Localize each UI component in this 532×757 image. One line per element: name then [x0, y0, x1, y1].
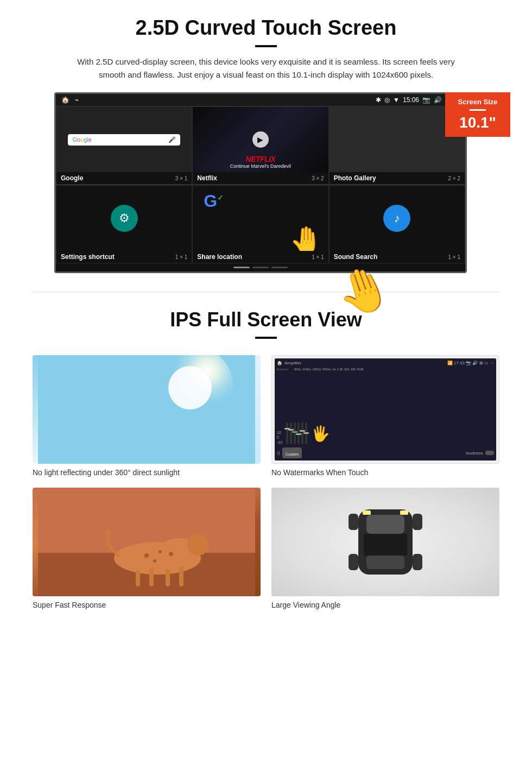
camera-icon: 📷	[422, 96, 430, 104]
section-divider	[33, 292, 499, 292]
google-logo: Google	[72, 136, 92, 143]
feature-watermarks-caption: No Watermarks When Touch	[271, 468, 499, 477]
eq-slider-6	[305, 422, 307, 444]
amp-bottom-bar: ⟨⟨ Custom loudness	[277, 447, 494, 458]
google-cell-inner: Google 🎤	[56, 107, 192, 172]
share-label-row: Share location 1 × 1	[193, 251, 328, 263]
svg-point-13	[144, 553, 149, 558]
feature-response-caption: Super Fast Response	[33, 601, 261, 609]
sound-cell-inner: ♪	[330, 186, 465, 251]
google-search-bar[interactable]: Google 🎤	[68, 134, 180, 146]
netflix-logo: NETFLIX	[197, 155, 324, 163]
section-curved-screen: 2.5D Curved Touch Screen With 2.5D curve…	[0, 0, 532, 275]
settings-icon: ⚙	[111, 205, 138, 232]
share-g-icon: G✓	[204, 191, 224, 211]
location-icon: ◎	[384, 96, 390, 104]
svg-rect-22	[413, 514, 422, 530]
app-cell-google[interactable]: Google 🎤 Google 3 × 1	[56, 106, 192, 185]
freq-labels: Balance 60hz 100hz 200hz 500hz 1k 2.5k 1…	[277, 368, 494, 371]
settings-cell-inner: ⚙	[56, 186, 192, 251]
netflix-play-button[interactable]: ▶	[252, 131, 269, 148]
feature-viewing-caption: Large Viewing Angle	[271, 601, 499, 609]
svg-point-2	[168, 366, 212, 409]
svg-rect-10	[149, 568, 154, 586]
badge-title: Screen Size	[451, 98, 505, 106]
feature-watermarks: 🏠 Amplifier 📶 17:33 📷 🔊 ⊠ ▭ → Balance 60…	[271, 355, 499, 477]
app-cell-share[interactable]: G✓ 🤚 Share location 1 × 1	[192, 185, 328, 263]
bluetooth-icon: ✱	[376, 96, 381, 104]
sound-label-row: Sound Search 1 × 1	[330, 251, 465, 263]
eq-sliders: 🖐	[286, 422, 494, 444]
photos-app-name: Photo Gallery	[334, 174, 376, 182]
sound-search-icon: ♪	[383, 205, 410, 232]
settings-app-size: 1 × 1	[175, 254, 188, 260]
svg-rect-25	[363, 510, 371, 515]
netflix-app-size: 3 × 2	[312, 175, 324, 181]
features-grid: No light reflecting under 360° direct su…	[33, 355, 499, 609]
dot-navigation	[56, 263, 465, 272]
amp-screen: 🏠 Amplifier 📶 17:33 📷 🔊 ⊠ ▭ → Balance 60…	[275, 358, 496, 460]
amp-header: 🏠 Amplifier 📶 17:33 📷 🔊 ⊠ ▭ →	[277, 361, 494, 365]
svg-rect-23	[349, 554, 358, 570]
mic-icon: 🎤	[168, 136, 176, 143]
svg-rect-24	[413, 554, 422, 570]
badge-size: 10.1"	[451, 114, 505, 131]
app-grid-top: Google 🎤 Google 3 × 1 ▶	[56, 106, 465, 185]
app-cell-netflix[interactable]: ▶ NETFLIX Continue Marvel's Daredevil Ne…	[192, 106, 328, 185]
nav-dot-1	[252, 267, 269, 268]
feature-sunlight: No light reflecting under 360° direct su…	[33, 355, 261, 477]
feature-response: Super Fast Response	[33, 488, 261, 609]
device-screen: 🏠 ⌁ ✱ ◎ ▼ 15:06 📷 🔊 ⊠ ▭	[54, 92, 467, 273]
netflix-subtitle: Continue Marvel's Daredevil	[197, 163, 324, 169]
feature-viewing: Large Viewing Angle	[271, 488, 499, 609]
eq-bars: 10 0 -10	[277, 372, 494, 446]
screen-size-badge: Screen Size 10.1"	[445, 92, 510, 137]
app-cell-settings[interactable]: ⚙ Settings shortcut 1 × 1	[56, 185, 192, 263]
touch-hand-amp: 🖐	[311, 425, 330, 443]
eq-slider-2	[290, 422, 292, 444]
section-ips-screen: IPS Full Screen View	[0, 308, 532, 631]
svg-rect-21	[349, 514, 358, 530]
share-cell-inner: G✓ 🤚	[193, 186, 328, 251]
signal-icon: ▼	[393, 96, 400, 104]
google-app-name: Google	[61, 174, 83, 182]
section2-title: IPS Full Screen View	[33, 308, 499, 331]
badge-line	[470, 109, 486, 111]
nav-dot-active	[233, 267, 250, 268]
app-grid-bottom: ⚙ Settings shortcut 1 × 1 G✓	[56, 185, 465, 263]
photos-app-size: 2 × 2	[448, 175, 460, 181]
google-label-row: Google 3 × 1	[56, 172, 192, 184]
app-cell-sound[interactable]: ♪ Sound Search 1 × 1	[329, 185, 465, 263]
settings-app-name: Settings shortcut	[61, 253, 115, 261]
sky-svg	[33, 355, 261, 464]
eq-labels: 10 0 -10	[277, 431, 282, 444]
sound-app-name: Sound Search	[334, 253, 378, 261]
photos-label-row: Photo Gallery 2 × 2	[330, 172, 465, 184]
google-app-size: 3 × 1	[175, 175, 188, 181]
title-accent-line	[255, 45, 277, 47]
device-mockup: Screen Size 10.1" 🏠 ⌁ ✱ ◎ ▼ 15:06 📷 🔊 ⊠	[54, 92, 478, 273]
status-bar: 🏠 ⌁ ✱ ◎ ▼ 15:06 📷 🔊 ⊠ ▭	[56, 94, 465, 106]
svg-rect-11	[166, 569, 170, 586]
feature-sunlight-caption: No light reflecting under 360° direct su…	[33, 468, 261, 477]
eq-slider-4	[297, 422, 300, 444]
usb-icon: ⌁	[75, 96, 79, 104]
svg-point-15	[153, 559, 156, 563]
netflix-app-name: Netflix	[197, 174, 217, 182]
status-left: 🏠 ⌁	[61, 96, 79, 104]
svg-rect-18	[366, 515, 404, 534]
share-app-size: 1 × 1	[312, 254, 324, 260]
netflix-cell-inner: ▶ NETFLIX Continue Marvel's Daredevil	[193, 107, 328, 172]
settings-label-row: Settings shortcut 1 × 1	[56, 251, 192, 263]
volume-icon: 🔊	[434, 96, 442, 104]
share-app-name: Share location	[197, 253, 242, 261]
custom-btn: Custom	[282, 447, 302, 458]
sound-app-size: 1 × 1	[448, 254, 460, 260]
cheetah-svg	[33, 488, 261, 596]
svg-rect-19	[364, 534, 407, 556]
feature-img-sky	[33, 355, 261, 464]
svg-rect-20	[366, 556, 404, 569]
svg-point-16	[169, 552, 173, 556]
loudness-toggle	[485, 451, 494, 455]
netflix-overlay: NETFLIX Continue Marvel's Daredevil	[193, 152, 328, 172]
